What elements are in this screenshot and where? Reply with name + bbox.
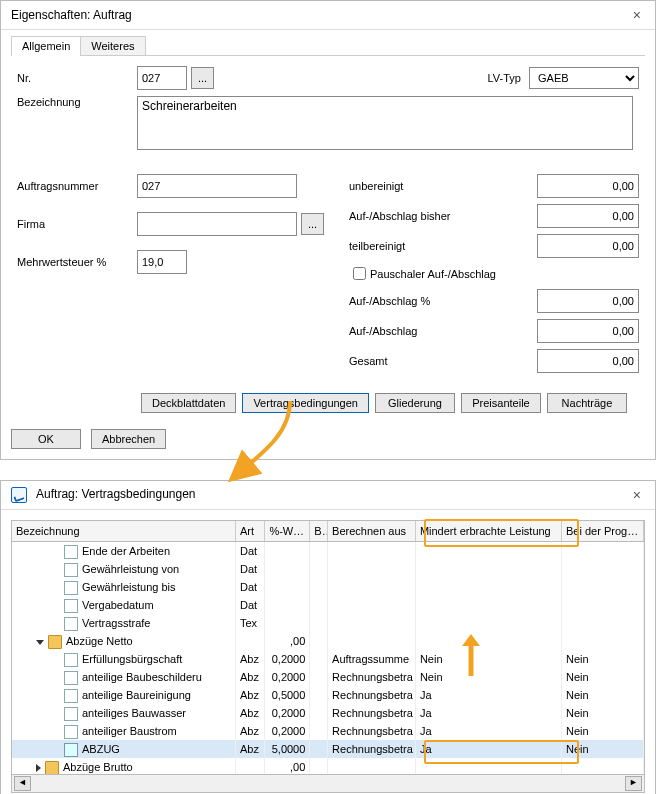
document-icon (64, 581, 78, 595)
cell-art: Abz (236, 686, 265, 704)
cell-percent: 0,2000 (265, 704, 310, 722)
cell-art: Abz (236, 740, 265, 758)
input-mwst[interactable] (137, 250, 187, 274)
cell-berechnen (328, 632, 416, 650)
cell-prognose: Nein (562, 650, 644, 668)
input-firma[interactable] (137, 212, 297, 236)
cell-percent (265, 596, 310, 614)
table-row[interactable]: Abzüge Brutto,00 (12, 758, 644, 775)
cell-berechnen: Rechnungsbetra (328, 668, 416, 686)
cell-art: Dat (236, 596, 265, 614)
cell-br (310, 650, 328, 668)
table-row[interactable]: anteilige BaureinigungAbz0,5000Rechnungs… (12, 686, 644, 704)
cell-br (310, 722, 328, 740)
row-label: anteilige Baubeschilderu (82, 671, 202, 683)
table-row[interactable]: Gewährleistung bisDat (12, 578, 644, 596)
input-auftragsnummer[interactable] (137, 174, 297, 198)
cell-berechnen: Rechnungsbetra (328, 740, 416, 758)
cell-art: Abz (236, 668, 265, 686)
button-nachtraege[interactable]: Nachträge (547, 393, 627, 413)
input-aufab-pct[interactable] (537, 289, 639, 313)
chevron-down-icon[interactable] (36, 640, 44, 645)
table-row[interactable]: anteilige BaubeschilderuAbz0,2000Rechnun… (12, 668, 644, 686)
cell-mindert: Ja (416, 686, 562, 704)
cell-art: Dat (236, 542, 265, 560)
table-row[interactable]: Abzüge Netto,00 (12, 632, 644, 650)
cell-berechnen (328, 542, 416, 560)
table-row[interactable]: anteiliger BaustromAbz0,2000Rechnungsbet… (12, 722, 644, 740)
close-icon-2[interactable]: × (629, 487, 645, 503)
table-row[interactable]: VergabedatumDat (12, 596, 644, 614)
cell-br (310, 668, 328, 686)
col-art[interactable]: Art (236, 521, 265, 541)
table-row[interactable]: VertragsstrafeTex (12, 614, 644, 632)
table-row[interactable]: ErfüllungsbürgschaftAbz0,2000Auftragssum… (12, 650, 644, 668)
col-br[interactable]: Br (310, 521, 328, 541)
table-row[interactable]: ABZUGAbz5,0000RechnungsbetraJaNein (12, 740, 644, 758)
firma-browse-button[interactable]: ... (301, 213, 324, 235)
label-firma: Firma (17, 218, 137, 230)
button-preisanteile[interactable]: Preisanteile (461, 393, 541, 413)
cell-berechnen (328, 578, 416, 596)
button-gliederung[interactable]: Gliederung (375, 393, 455, 413)
button-deckblattdaten[interactable]: Deckblattdaten (141, 393, 236, 413)
row-label: Ende der Arbeiten (82, 545, 170, 557)
cell-mindert (416, 596, 562, 614)
cell-berechnen: Auftragssumme (328, 650, 416, 668)
label-nr: Nr. (17, 72, 137, 84)
cell-prognose (562, 578, 644, 596)
button-vertragsbedingungen[interactable]: Vertragsbedingungen (242, 393, 369, 413)
col-berechnen[interactable]: Berechnen aus (328, 521, 416, 541)
button-ok[interactable]: OK (11, 429, 81, 449)
scroll-right-icon[interactable]: ► (625, 776, 642, 791)
label-auftragsnummer: Auftragsnummer (17, 180, 137, 192)
chevron-right-icon[interactable] (36, 764, 41, 772)
tab-weiteres[interactable]: Weiteres (80, 36, 145, 55)
button-cancel[interactable]: Abbrechen (91, 429, 166, 449)
row-label: ABZUG (82, 743, 120, 755)
cell-br (310, 596, 328, 614)
table-row[interactable]: Ende der ArbeitenDat (12, 542, 644, 560)
cell-mindert (416, 560, 562, 578)
textarea-bezeichnung[interactable]: Schreinerarbeiten (137, 96, 633, 150)
input-nr[interactable] (137, 66, 187, 90)
cell-berechnen: Rechnungsbetra (328, 686, 416, 704)
titlebar-2: Auftrag: Vertragsbedingungen × (1, 481, 655, 510)
cell-berechnen (328, 614, 416, 632)
label-lvtyp: LV-Typ (488, 72, 521, 84)
col-prognose[interactable]: Bei der Progno (562, 521, 644, 541)
table-row[interactable]: Gewährleistung vonDat (12, 560, 644, 578)
horizontal-scrollbar[interactable]: ◄ ► (11, 775, 645, 793)
cell-percent (265, 578, 310, 596)
col-bezeichnung[interactable]: Bezeichnung (12, 521, 236, 541)
cell-percent: 0,2000 (265, 722, 310, 740)
checkbox-pauschal[interactable] (353, 267, 366, 280)
value-gesamt (537, 349, 639, 373)
cell-berechnen: Rechnungsbetra (328, 722, 416, 740)
col-percent[interactable]: %-Wert (265, 521, 310, 541)
contract-conditions-dialog: Auftrag: Vertragsbedingungen × Bezeichnu… (0, 480, 656, 794)
value-aufab-bisher (537, 204, 639, 228)
cell-art: Dat (236, 578, 265, 596)
col-mindert[interactable]: Mindert erbrachte Leistung (416, 521, 562, 541)
scroll-left-icon[interactable]: ◄ (14, 776, 31, 791)
label-aufab-pct: Auf-/Abschlag % (349, 295, 479, 307)
cell-berechnen (328, 596, 416, 614)
value-unbereinigt (537, 174, 639, 198)
cell-prognose (562, 758, 644, 775)
cell-prognose (562, 560, 644, 578)
cell-br (310, 686, 328, 704)
table-row[interactable]: anteiliges BauwasserAbz0,2000Rechnungsbe… (12, 704, 644, 722)
nr-browse-button[interactable]: ... (191, 67, 214, 89)
cell-mindert (416, 758, 562, 775)
select-lvtyp[interactable]: GAEB (529, 67, 639, 89)
close-icon[interactable]: × (629, 7, 645, 23)
cell-br (310, 578, 328, 596)
cell-percent (265, 560, 310, 578)
cell-art: Abz (236, 722, 265, 740)
row-label: anteiliger Baustrom (82, 725, 177, 737)
folder-icon (45, 761, 59, 775)
grid-body[interactable]: Ende der ArbeitenDatGewährleistung vonDa… (11, 542, 645, 775)
tab-allgemein[interactable]: Allgemein (11, 36, 81, 56)
cell-percent (265, 614, 310, 632)
